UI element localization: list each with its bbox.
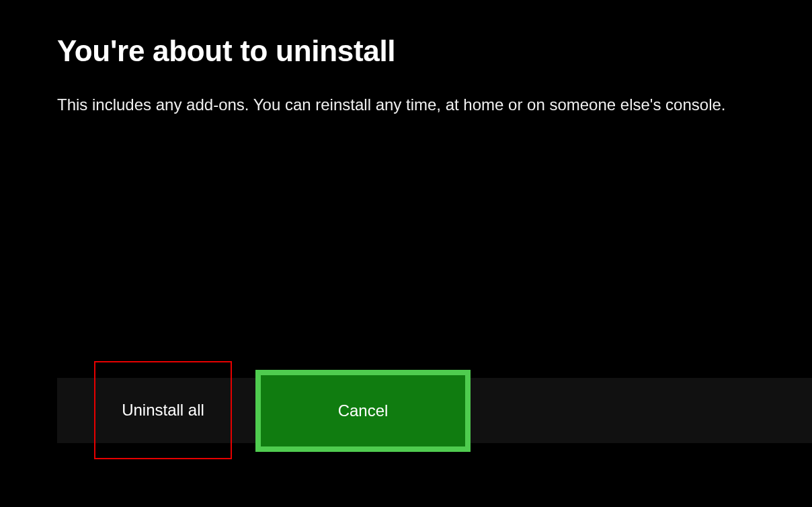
dialog-title: You're about to uninstall [57,34,772,69]
uninstall-all-button[interactable]: Uninstall all [94,361,232,459]
dialog-content: You're about to uninstall This includes … [57,34,772,116]
dialog-description: This includes any add-ons. You can reins… [57,93,772,116]
uninstall-label: Uninstall all [122,401,204,420]
cancel-label: Cancel [338,401,389,420]
cancel-button[interactable]: Cancel [255,370,471,452]
